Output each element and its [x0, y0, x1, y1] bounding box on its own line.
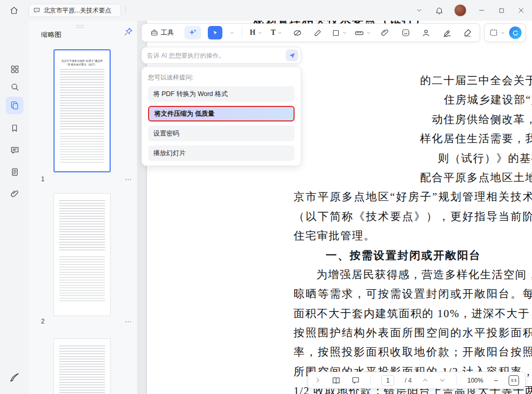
doc-line: 住房城乡建设部“好房子”相关工作: [294, 90, 532, 110]
toolbar-divider: [242, 28, 242, 37]
suggestion-compress-low-quality[interactable]: 将文件压缩为 低质量: [148, 106, 295, 121]
titlebar: 北京市平原...关技术要点: [0, 0, 532, 21]
doc-line: 为增强居民获得感，营造多样化生活空间，满足居民休憩、: [294, 265, 532, 284]
tab-separator: [125, 7, 126, 14]
ai-tools-button[interactable]: [184, 26, 201, 39]
next-page-button[interactable]: [439, 377, 446, 384]
thumbnail-page-2[interactable]: [54, 193, 111, 316]
app-logo: [9, 372, 20, 383]
chevron-down-icon: [416, 7, 423, 14]
read-mode-button[interactable]: [331, 376, 341, 385]
toolbar-right-group: [484, 23, 526, 42]
paperclip-icon: [380, 28, 390, 37]
search-button[interactable]: [9, 81, 20, 92]
bookmark-icon: [10, 124, 19, 133]
measure-tool-button[interactable]: [354, 26, 371, 39]
stamp-tool-button[interactable]: [419, 26, 433, 39]
pen-nib-logo-icon: [9, 371, 20, 384]
sticker-smiley-icon: [401, 28, 410, 37]
thumbnail-page-3[interactable]: [54, 338, 111, 394]
zoom-out-button[interactable]: −: [494, 376, 498, 385]
page-number-label: 1: [41, 175, 45, 183]
document-tab[interactable]: 北京市平原...关技术要点: [29, 4, 121, 17]
home-button[interactable]: [8, 5, 20, 16]
doc-line: 的二十届三中全会关于进一步全面深化: [294, 71, 532, 90]
ai-swirl-icon: [512, 29, 519, 36]
page-number-input[interactable]: 1: [381, 375, 394, 386]
fill-sign-tool-button[interactable]: [461, 26, 474, 39]
page-icon: [10, 167, 20, 177]
collapse-bar-button[interactable]: [314, 377, 321, 384]
signature-pen-icon: [442, 28, 452, 38]
comments-button[interactable]: [9, 144, 20, 156]
dropdown-menu-button[interactable]: [415, 6, 424, 15]
comments-view-button[interactable]: [351, 376, 360, 385]
paperclip-icon: [10, 189, 20, 199]
shape-tool-button[interactable]: [331, 26, 347, 39]
thumbnail-text-lines: [59, 200, 105, 252]
text-tool-button[interactable]: T: [270, 26, 283, 39]
suggestion-play-slideshow[interactable]: 播放幻灯片: [148, 145, 295, 161]
chat-bubble-icon: [33, 7, 41, 14]
document-text: 的二十届三中全会关于进一步全面深化 住房城乡建设部“好房子”相关工作 动住房供给…: [294, 71, 532, 394]
thumbnails-icon: [10, 101, 20, 111]
zoom-level-dropdown[interactable]: 100%: [467, 377, 483, 384]
close-button[interactable]: [516, 6, 526, 15]
doc-line: 率，按照投影面积收取地价款；开敞阳台按照围护结构外表面: [294, 343, 532, 362]
tools-button[interactable]: 工具: [147, 26, 177, 39]
grid-icon: [10, 64, 20, 74]
minimize-icon: [478, 7, 485, 14]
panel-drag-handle[interactable]: [76, 25, 85, 29]
select-tool-dropdown[interactable]: [230, 31, 234, 35]
doc-line: 动住房供给侧改革，以政策创新满足: [294, 110, 532, 129]
main-toolbar: 工具 H T: [141, 23, 480, 42]
tools-label: 工具: [161, 28, 174, 37]
bookmarks-button[interactable]: [9, 123, 20, 134]
attachments-button[interactable]: [9, 188, 20, 199]
sticker-tool-button[interactable]: [399, 26, 413, 39]
user-avatar[interactable]: [454, 4, 467, 17]
toolbox-icon: [150, 29, 158, 37]
signature-tool-button[interactable]: [440, 26, 454, 39]
apps-grid-button[interactable]: [9, 63, 20, 75]
thumbnail-page-1[interactable]: 北京市平原多点地区“好房子”规划管理 相关技术要点（试行）: [54, 49, 111, 172]
tab-title: 北京市平原...关技术要点: [44, 6, 111, 15]
highlight-tool-glyph: H: [250, 29, 256, 37]
highlight-tool-button[interactable]: H: [249, 26, 263, 39]
doc-line: 京市平原多点地区“好房子”规划管理相关技术要点（试行）》: [294, 187, 532, 207]
view-controls-bar: 1 / 4 100% − 1:1: [308, 372, 526, 389]
chevron-down-icon: [342, 31, 347, 35]
previous-page-button[interactable]: [422, 377, 429, 384]
chevron-right-icon: [314, 377, 321, 384]
speech-bubble-icon: [351, 376, 360, 385]
thumbnail-panel: 缩略图 北京市平原多点地区“好房子”规划管理 相关技术要点（试行） 1 ⋯ 2 …: [29, 21, 138, 394]
suggestion-set-password[interactable]: 设置密码: [148, 126, 295, 141]
thumbnail-more-button[interactable]: ⋯: [125, 319, 132, 324]
send-icon: [288, 52, 296, 59]
ai-assistant-button[interactable]: [509, 26, 522, 39]
book-icon: [331, 376, 341, 385]
suggestion-convert-to-word[interactable]: 将 PDF 转换为 Word 格式: [148, 86, 295, 102]
view-mode-button[interactable]: [489, 26, 505, 39]
fill-sign-icon: [463, 28, 472, 37]
home-icon: [9, 6, 19, 15]
maximize-button[interactable]: [497, 6, 506, 15]
strikeout-tool-button[interactable]: [290, 26, 304, 39]
thumbnails-panel-button[interactable]: [6, 97, 23, 114]
notifications-button[interactable]: [434, 6, 444, 15]
attach-file-button[interactable]: [378, 26, 392, 39]
ai-prompt-input[interactable]: [142, 52, 286, 59]
ai-send-button[interactable]: [286, 49, 298, 61]
bar-divider: [456, 376, 457, 385]
minimize-button[interactable]: [477, 6, 486, 15]
chevron-down-icon: [500, 31, 505, 35]
actual-size-button[interactable]: 1:1: [509, 375, 519, 386]
pin-panel-button[interactable]: [124, 27, 133, 36]
thumbnail-more-button[interactable]: ⋯: [125, 176, 132, 182]
pages-button[interactable]: [9, 166, 20, 178]
search-icon: [10, 82, 20, 92]
pencil-tool-button[interactable]: [311, 26, 325, 39]
doc-line: 住宅审批管理。: [294, 226, 532, 246]
select-tool-button[interactable]: [208, 26, 222, 39]
bar-divider: [370, 376, 371, 385]
